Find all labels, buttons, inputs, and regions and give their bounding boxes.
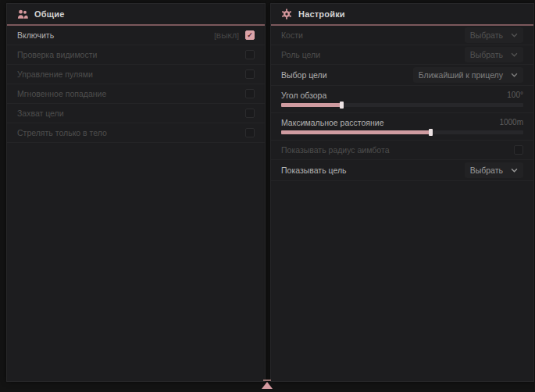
row-target-pick-label: Выбор цели [281,70,327,80]
chevron-down-icon [511,33,518,37]
row-enable-state: [ВЫКЛ] [214,31,239,40]
expand-arrow-icon[interactable] [261,380,273,389]
row-enable-label: Включить [17,30,54,40]
gear-icon [281,9,292,20]
bones-dropdown-value: Выбрать [470,30,503,40]
row-show-radius-label: Показывать радиус аимбота [281,145,390,155]
general-panel-title: Общие [34,9,65,19]
settings-panel-header: Настройки [271,4,533,24]
target-role-dropdown-value: Выбрать [470,50,503,59]
row-target-role: Роль цели Выбрать [271,45,533,65]
fov-slider-handle[interactable] [340,102,344,109]
target-lock-checkbox[interactable] [245,109,255,118]
general-panel-header: Общие [7,4,265,24]
target-pick-dropdown-value: Ближайший к прицелу [419,70,503,80]
bones-dropdown[interactable]: Выбрать [465,27,523,43]
fov-slider-fill [281,103,342,107]
distance-slider-handle[interactable] [429,129,433,136]
general-panel: Общие Включить [ВЫКЛ] ✓ Проверка видимос… [6,3,266,382]
settings-panel-title: Настройки [298,9,345,19]
row-target-pick: Выбор цели Ближайший к прицелу [271,65,533,86]
show-radius-checkbox[interactable] [514,145,523,155]
visibility-check-checkbox[interactable] [245,50,255,59]
row-instant-hit[interactable]: Мгновенное попадание [7,84,265,104]
distance-slider-fill [281,130,431,134]
row-target-role-label: Роль цели [281,50,320,59]
chevron-down-icon [511,52,518,57]
chevron-down-icon [511,168,518,173]
instant-hit-checkbox[interactable] [245,89,255,98]
row-visibility-check[interactable]: Проверка видимости [7,45,265,65]
row-distance: Максимальное расстояние 1000m [271,113,533,141]
distance-slider[interactable] [281,130,523,134]
row-target-lock-label: Захват цели [17,109,64,118]
row-body-only[interactable]: Стрелять только в тело [7,123,265,143]
users-icon [17,9,28,20]
row-show-radius[interactable]: Показывать радиус аимбота [271,141,533,160]
body-only-checkbox[interactable] [245,128,255,137]
fov-label: Угол обзора [281,91,326,100]
check-icon: ✓ [247,32,253,39]
row-enable[interactable]: Включить [ВЫКЛ] ✓ [7,26,265,45]
row-target-lock[interactable]: Захват цели [7,104,265,123]
row-instant-hit-label: Мгновенное попадание [17,89,106,98]
distance-value: 1000m [499,118,523,127]
chevron-down-icon [511,73,518,77]
row-bullet-control-label: Управление пулями [17,69,93,79]
row-visibility-check-label: Проверка видимости [17,50,97,59]
bullet-control-checkbox[interactable] [245,69,255,79]
target-role-dropdown[interactable]: Выбрать [465,47,523,62]
fov-value: 100° [507,91,523,99]
row-fov: Угол обзора 100° [271,86,533,113]
row-body-only-label: Стрелять только в тело [17,128,107,137]
row-show-target: Показывать цель Выбрать [271,160,533,181]
row-show-target-label: Показывать цель [281,166,347,175]
row-bones-label: Кости [281,30,303,40]
row-bullet-control[interactable]: Управление пулями [7,65,265,84]
target-pick-dropdown[interactable]: Ближайший к прицелу [413,67,523,83]
distance-label: Максимальное расстояние [281,118,383,127]
show-target-dropdown[interactable]: Выбрать [465,162,523,178]
fov-slider[interactable] [281,103,523,107]
settings-panel: Настройки Кости Выбрать Роль цели Выбрат… [270,3,534,382]
row-bones: Кости Выбрать [271,26,533,45]
enable-checkbox[interactable]: ✓ [245,30,255,40]
show-target-dropdown-value: Выбрать [470,166,503,175]
